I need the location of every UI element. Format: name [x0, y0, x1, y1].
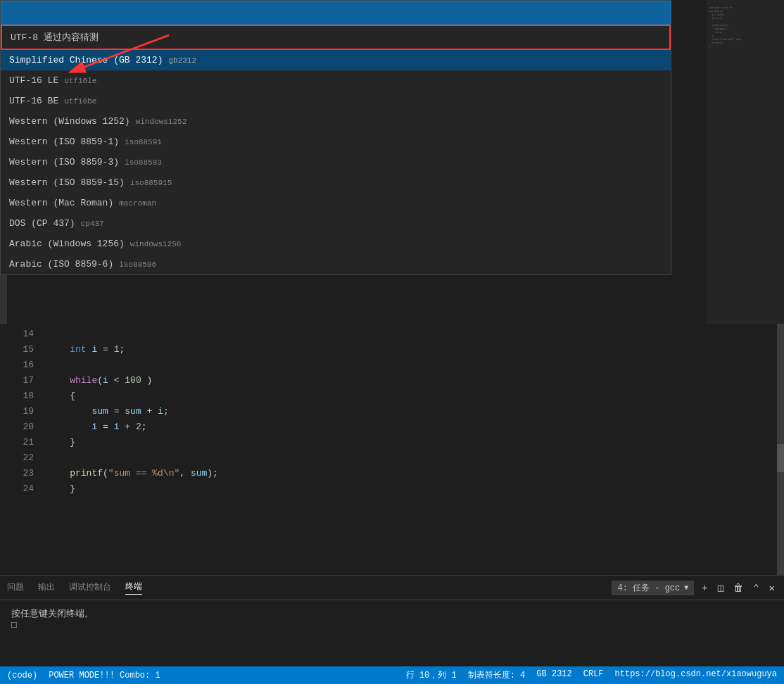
encoding-item-label: Arabic (Windows 1256) — [9, 239, 125, 249]
encoding-item-code: gb2312 — [168, 56, 196, 65]
terminal-line: 按任意键关闭终端。 — [11, 607, 773, 620]
status-tab-size[interactable]: 制表符长度: 4 — [468, 669, 526, 681]
chevron-up-icon[interactable]: ⌃ — [751, 580, 761, 596]
encoding-item-label: UTF-16 BE — [9, 96, 58, 106]
encoding-item-label: Western (ISO 8859-1) — [9, 137, 119, 147]
encoding-item-code: iso885915 — [130, 179, 172, 187]
bottom-panel: 问题 输出 调试控制台 终端 4: 任务 - gcc ▼ + ◫ 🗑 ⌃ ✕ 按… — [0, 575, 784, 666]
encoding-item-utf8-detect[interactable]: UTF-8 通过内容猜测 — [1, 25, 671, 50]
minimap: #include <stdio.h> int main(){ int sum=0… — [707, 0, 784, 324]
encoding-item-code: macroman — [119, 199, 156, 208]
encoding-item-label: UTF-8 通过内容猜测 — [11, 31, 99, 44]
encoding-item-code: windows1256 — [130, 240, 182, 248]
encoding-item-gb2312[interactable]: Simplified Chinese (GB 2312) gb2312 — [1, 50, 671, 70]
encoding-item-code: iso88596 — [119, 260, 156, 269]
encoding-item-iso88596[interactable]: Arabic (ISO 8859-6) iso88596 — [1, 254, 671, 274]
status-power-mode: POWER MODE!!! Combo: 1 — [49, 671, 160, 680]
status-encoding[interactable]: GB 2312 — [536, 669, 571, 681]
encoding-item-win1256[interactable]: Arabic (Windows 1256) windows1256 — [1, 234, 671, 254]
panel-tab-bar: 问题 输出 调试控制台 终端 4: 任务 - gcc ▼ + ◫ 🗑 ⌃ ✕ — [0, 576, 784, 600]
encoding-item-code: utf16be — [64, 97, 96, 106]
status-position[interactable]: 行 10，列 1 — [406, 669, 457, 681]
add-terminal-icon[interactable]: + — [700, 581, 709, 596]
encoding-item-iso88593[interactable]: Western (ISO 8859-3) iso88593 — [1, 152, 671, 172]
minimap-content: #include <stdio.h> int main(){ int sum=0… — [707, 0, 784, 55]
encoding-item-label: Arabic (ISO 8859-6) — [9, 259, 113, 270]
encoding-item-utf16le[interactable]: UTF-16 LE utf16le — [1, 70, 671, 91]
task-selector[interactable]: 4: 任务 - gcc ▼ — [612, 581, 694, 595]
task-selector-label: 4: 任务 - gcc — [617, 582, 680, 594]
tab-debug-console[interactable]: 调试控制台 — [69, 581, 111, 595]
encoding-item-macroman[interactable]: Western (Mac Roman) macroman — [1, 193, 671, 213]
encoding-dropdown: 选择文件编码以重新打开文件 UTF-8 通过内容猜测 Simplified Ch… — [0, 0, 671, 275]
encoding-search-input[interactable]: 选择文件编码以重新打开文件 — [1, 1, 671, 25]
encoding-item-code: windows1252 — [136, 118, 187, 126]
encoding-item-code: cp437 — [81, 220, 104, 228]
encoding-item-cp437[interactable]: DOS (CP 437) cp437 — [1, 213, 671, 234]
delete-terminal-icon[interactable]: 🗑 — [731, 581, 745, 596]
tab-output[interactable]: 输出 — [38, 581, 55, 595]
encoding-item-code: iso88593 — [125, 158, 162, 167]
encoding-item-iso88591[interactable]: Western (ISO 8859-1) iso88591 — [1, 132, 671, 152]
split-terminal-icon[interactable]: ◫ — [716, 580, 726, 596]
encoding-item-label: DOS (CP 437) — [9, 218, 75, 229]
scroll-thumb[interactable] — [777, 444, 784, 472]
status-right: 行 10，列 1 制表符长度: 4 GB 2312 CRLF https://b… — [406, 669, 777, 681]
encoding-item-label: Western (ISO 8859-15) — [9, 177, 125, 188]
encoding-list: UTF-8 通过内容猜测 Simplified Chinese (GB 2312… — [1, 25, 671, 274]
encoding-item-label: Western (Windows 1252) — [9, 116, 130, 127]
chevron-down-icon: ▼ — [684, 584, 688, 592]
close-panel-icon[interactable]: ✕ — [767, 580, 777, 596]
encoding-item-code: utf16le — [64, 77, 96, 85]
encoding-item-label: Western (Mac Roman) — [9, 198, 113, 208]
tab-terminal[interactable]: 终端 — [125, 581, 142, 595]
encoding-item-win1252[interactable]: Western (Windows 1252) windows1252 — [1, 111, 671, 132]
encoding-item-utf16be[interactable]: UTF-16 BE utf16be — [1, 91, 671, 111]
tab-issues[interactable]: 问题 — [7, 581, 24, 595]
terminal-cursor: □ — [11, 620, 773, 631]
panel-controls: 4: 任务 - gcc ▼ + ◫ 🗑 ⌃ ✕ — [612, 576, 777, 600]
status-bar: (code) POWER MODE!!! Combo: 1 行 10，列 1 制… — [0, 666, 784, 684]
encoding-item-label: UTF-16 LE — [9, 75, 58, 86]
encoding-item-code: iso88591 — [125, 138, 162, 146]
encoding-item-iso885915[interactable]: Western (ISO 8859-15) iso885915 — [1, 172, 671, 193]
terminal-content: 按任意键关闭终端。 □ — [0, 600, 784, 638]
status-mode[interactable]: (code) — [7, 671, 37, 680]
status-eol[interactable]: CRLF — [583, 669, 604, 681]
encoding-item-label: Simplified Chinese (GB 2312) — [9, 55, 163, 65]
status-link[interactable]: https://blog.csdn.net/xiaowuguya — [615, 669, 777, 681]
encoding-item-label: Western (ISO 8859-3) — [9, 157, 119, 167]
